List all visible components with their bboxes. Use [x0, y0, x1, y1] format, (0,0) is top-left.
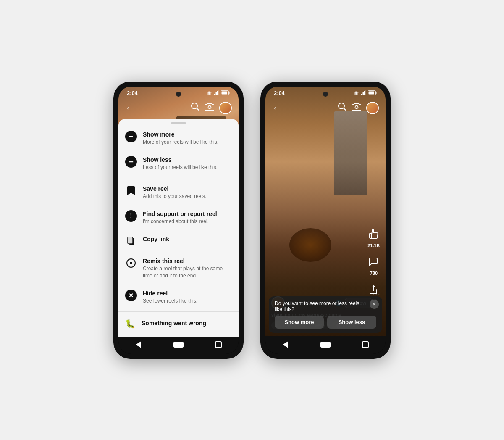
comment-action[interactable]: 780: [366, 255, 381, 276]
tamper-visual: [334, 111, 368, 195]
phone-2: 2:04: [260, 82, 391, 359]
like-action[interactable]: 21.1K: [366, 227, 381, 248]
phone-1: 2:04: [113, 82, 244, 359]
back-triangle-icon-2: [283, 341, 288, 348]
show-less-icon: −: [125, 156, 137, 168]
camera-dot-1: [176, 92, 181, 97]
bookmark-icon: [125, 185, 137, 197]
comment-count: 780: [370, 271, 378, 276]
search-icon-1[interactable]: [191, 102, 200, 113]
like-count: 21.1K: [368, 243, 380, 248]
user-avatar-1[interactable]: [219, 102, 232, 114]
search-svg: [191, 102, 200, 111]
home-nav-btn-1[interactable]: [173, 340, 184, 350]
home-nav-btn-2[interactable]: [320, 340, 331, 350]
save-reel-text: Save reel Add this to your saved reels.: [143, 185, 232, 200]
svg-point-19: [130, 262, 132, 264]
portafilter-visual: [289, 228, 331, 262]
comment-icon: [366, 255, 381, 270]
phone-2-screen: 2:04: [265, 87, 386, 354]
recents-square-icon-2: [362, 341, 369, 348]
see-more-prompt: Do you want to see more or less reels li…: [269, 296, 382, 333]
remix-title: Remix this reel: [143, 257, 232, 265]
remix-item[interactable]: Remix this reel Create a reel that plays…: [118, 252, 239, 285]
search-icon-2[interactable]: [338, 102, 347, 113]
bug-icon: 🐛: [125, 319, 136, 329]
bookmark-svg: [127, 186, 135, 196]
svg-line-31: [344, 108, 346, 111]
camera-icon-2[interactable]: [352, 103, 361, 113]
show-less-item[interactable]: − Show less Less of your reels will be l…: [118, 151, 239, 176]
search-svg-2: [338, 102, 347, 111]
camera-icon-1[interactable]: [205, 103, 214, 113]
bottom-sheet: + Show more More of your reels will be l…: [118, 119, 239, 337]
svg-rect-15: [128, 237, 133, 244]
save-reel-subtitle: Add this to your saved reels.: [143, 193, 232, 200]
nav-icons-1: [191, 102, 232, 114]
show-more-icon: +: [125, 131, 137, 142]
find-support-subtitle: I'm concerned about this reel.: [143, 218, 232, 225]
back-button-2[interactable]: ←: [272, 103, 281, 113]
find-support-item[interactable]: ! Find support or report reel I'm concer…: [118, 205, 239, 230]
recents-nav-btn-1[interactable]: [213, 340, 223, 350]
bottom-nav-2: [265, 336, 386, 354]
find-support-title: Find support or report reel: [143, 210, 232, 218]
camera-svg-2: [352, 103, 361, 111]
home-rect-icon: [173, 342, 184, 348]
remix-text: Remix this reel Create a reel that plays…: [143, 257, 232, 279]
remix-icon: [125, 257, 137, 269]
sheet-handle: [171, 122, 186, 124]
bug-item[interactable]: 🐛 Something went wrong: [118, 314, 239, 334]
svg-point-12: [208, 106, 211, 109]
see-more-box: Do you want to see more or less reels li…: [269, 296, 382, 333]
hide-reel-item[interactable]: ✕ Hide reel See fewer reels like this.: [118, 285, 239, 310]
svg-point-32: [355, 106, 358, 109]
close-prompt-button[interactable]: ×: [370, 300, 379, 309]
see-more-buttons: Show more Show less: [275, 316, 376, 329]
circle-x-icon: ✕: [125, 290, 137, 301]
remix-svg: [126, 258, 136, 268]
recents-square-icon: [215, 341, 222, 348]
show-less-button[interactable]: Show less: [327, 316, 376, 329]
copy-link-title: Copy link: [143, 235, 232, 243]
find-support-text: Find support or report reel I'm concerne…: [143, 210, 232, 225]
hide-reel-text: Hide reel See fewer reels like this.: [143, 290, 232, 305]
recents-nav-btn-2[interactable]: [360, 340, 370, 350]
show-less-subtitle: Less of your reels will be like this.: [143, 164, 232, 171]
back-triangle-icon: [136, 341, 141, 348]
home-rect-icon-2: [320, 342, 331, 348]
like-icon: [366, 227, 381, 242]
comment-svg: [368, 257, 379, 268]
hide-reel-title: Hide reel: [143, 290, 232, 297]
hide-reel-subtitle: See fewer reels like this.: [143, 298, 232, 305]
nav-icons-2: [338, 102, 379, 114]
camera-dot-2: [323, 92, 328, 97]
back-nav-btn-2[interactable]: [281, 340, 291, 350]
copy-link-text: Copy link: [143, 235, 232, 243]
exclaim-icon: !: [125, 210, 137, 222]
camera-svg: [205, 103, 214, 111]
bottom-nav-1: [118, 336, 239, 354]
phone-1-screen: 2:04: [118, 87, 239, 354]
show-less-text: Show less Less of your reels will be lik…: [143, 156, 232, 171]
copy-icon: [125, 235, 137, 247]
copy-svg: [127, 237, 135, 246]
see-more-question: Do you want to see more or less reels li…: [275, 300, 376, 312]
back-button-1[interactable]: ←: [125, 103, 134, 113]
back-nav-btn-1[interactable]: [134, 340, 144, 350]
user-avatar-2[interactable]: [366, 102, 379, 114]
copy-link-item[interactable]: Copy link: [118, 230, 239, 252]
show-less-title: Show less: [143, 156, 232, 163]
show-more-subtitle: More of your reels will be like this.: [143, 139, 232, 146]
svg-line-11: [197, 108, 199, 111]
remix-subtitle: Create a reel that plays at the same tim…: [143, 265, 232, 279]
divider-2: [118, 311, 239, 312]
show-more-title: Show more: [143, 131, 232, 138]
show-more-button[interactable]: Show more: [275, 316, 324, 329]
save-reel-item[interactable]: Save reel Add this to your saved reels.: [118, 180, 239, 205]
show-more-item[interactable]: + Show more More of your reels will be l…: [118, 126, 239, 151]
show-more-text: Show more More of your reels will be lik…: [143, 131, 232, 146]
thumbs-up-svg: [368, 229, 379, 240]
divider-1: [118, 178, 239, 178]
save-reel-title: Save reel: [143, 185, 232, 192]
